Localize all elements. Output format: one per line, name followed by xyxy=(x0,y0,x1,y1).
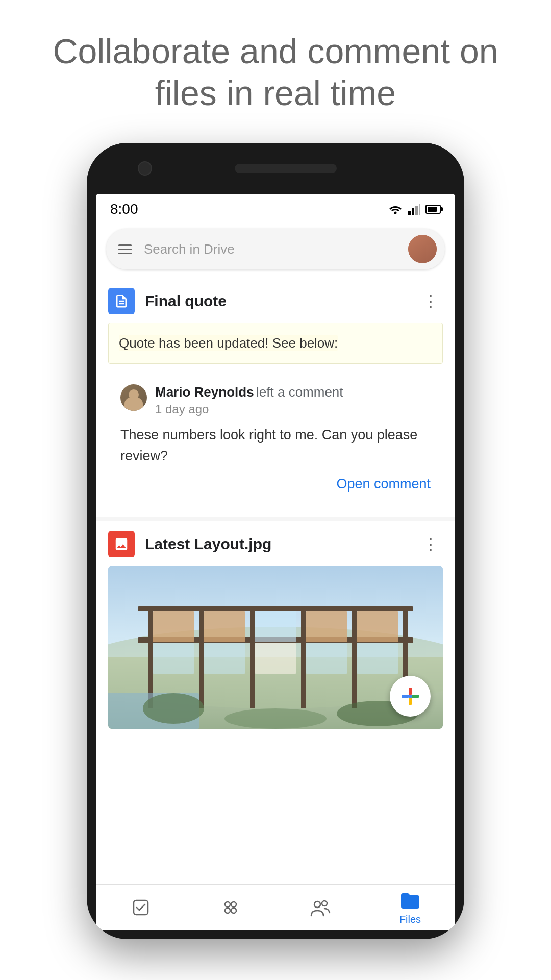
svg-rect-18 xyxy=(250,606,255,642)
svg-rect-17 xyxy=(199,606,204,642)
file-name-final-quote: Final quote xyxy=(145,292,418,310)
wifi-icon xyxy=(388,204,403,215)
open-comment-container: Open comment xyxy=(120,476,431,492)
hero-title: Collaborate and comment on files in real… xyxy=(0,0,551,134)
svg-rect-3 xyxy=(415,206,418,215)
search-placeholder: Search in Drive xyxy=(144,241,400,257)
svg-rect-20 xyxy=(352,606,357,642)
file1-more-button[interactable]: ⋮ xyxy=(418,289,443,313)
svg-rect-30 xyxy=(306,643,347,674)
phone-top xyxy=(87,143,464,194)
image-file-icon xyxy=(108,531,135,557)
image-icon-svg xyxy=(114,536,129,552)
fab-button[interactable] xyxy=(390,676,431,717)
doc-preview: Quote has been updated! See below: xyxy=(108,323,443,364)
svg-rect-27 xyxy=(153,643,194,674)
search-bar[interactable]: Search in Drive xyxy=(106,229,445,270)
svg-rect-10 xyxy=(199,637,204,708)
content-area: Final quote ⋮ Quote has been updated! Se… xyxy=(96,278,455,729)
commenter-avatar xyxy=(120,384,147,411)
phone-screen: 8:00 xyxy=(96,194,455,930)
svg-rect-16 xyxy=(148,606,153,642)
open-comment-button[interactable]: Open comment xyxy=(336,476,431,492)
commenter-name: Mario Reynolds xyxy=(155,384,254,400)
svg-point-35 xyxy=(224,708,327,729)
comment-header: Mario Reynolds left a comment 1 day ago xyxy=(120,384,431,416)
svg-rect-21 xyxy=(403,606,408,642)
file-name-latest-layout: Latest Layout.jpg xyxy=(145,535,418,553)
nav-item-shared[interactable] xyxy=(299,892,342,923)
svg-rect-22 xyxy=(153,611,194,642)
nav-item-tasks[interactable] xyxy=(119,892,162,923)
files-icon xyxy=(399,889,421,912)
svg-rect-11 xyxy=(250,637,255,708)
svg-rect-12 xyxy=(301,637,306,708)
phone-speaker xyxy=(235,164,337,173)
battery-icon xyxy=(425,205,441,214)
svg-rect-13 xyxy=(352,637,357,708)
svg-point-0 xyxy=(394,212,397,214)
svg-point-46 xyxy=(314,901,320,908)
file-card-final-quote: Final quote ⋮ Quote has been updated! Se… xyxy=(96,278,455,512)
svg-point-43 xyxy=(231,902,236,907)
comment-meta: Mario Reynolds left a comment 1 day ago xyxy=(155,384,431,416)
svg-point-45 xyxy=(231,908,236,913)
comment-action: left a comment xyxy=(256,384,343,400)
file-header: Final quote ⋮ xyxy=(108,288,443,314)
comment-body: These numbers look right to me. Can you … xyxy=(120,425,431,466)
signal-icon xyxy=(408,204,420,215)
svg-rect-41 xyxy=(134,900,148,915)
doc-icon-svg xyxy=(114,293,129,309)
google-plus-icon xyxy=(399,685,421,707)
svg-rect-19 xyxy=(301,606,306,642)
file-card-latest-layout: Latest Layout.jpg ⋮ xyxy=(96,517,455,729)
phone-camera xyxy=(138,161,152,176)
svg-rect-29 xyxy=(255,643,296,674)
bottom-nav: Files xyxy=(96,884,455,930)
svg-rect-2 xyxy=(412,208,414,215)
svg-rect-23 xyxy=(204,611,245,642)
svg-rect-1 xyxy=(408,211,411,215)
hamburger-menu-icon[interactable] xyxy=(114,240,136,258)
svg-rect-4 xyxy=(419,204,420,215)
svg-point-33 xyxy=(143,693,204,724)
comment-section: Mario Reynolds left a comment 1 day ago … xyxy=(108,374,443,502)
svg-rect-28 xyxy=(204,643,245,674)
svg-rect-40 xyxy=(409,695,412,698)
svg-point-42 xyxy=(225,902,230,907)
activity-icon xyxy=(219,896,242,919)
doc-file-icon xyxy=(108,288,135,314)
nav-item-activity[interactable] xyxy=(209,892,252,923)
user-avatar[interactable] xyxy=(408,235,437,263)
status-bar: 8:00 xyxy=(96,194,455,225)
phone-frame: 8:00 xyxy=(87,143,464,939)
svg-rect-39 xyxy=(409,698,412,705)
svg-rect-31 xyxy=(357,643,398,674)
file2-header: Latest Layout.jpg ⋮ xyxy=(108,531,443,557)
svg-point-44 xyxy=(225,908,230,913)
svg-rect-26 xyxy=(357,611,398,642)
svg-rect-24 xyxy=(255,611,296,642)
svg-rect-37 xyxy=(409,688,412,695)
comment-time: 1 day ago xyxy=(155,402,431,416)
nav-item-files[interactable]: Files xyxy=(389,885,432,929)
image-preview xyxy=(108,566,443,729)
status-icons xyxy=(388,204,441,215)
status-time: 8:00 xyxy=(110,201,138,217)
svg-point-47 xyxy=(322,901,327,906)
shared-icon xyxy=(309,896,332,919)
svg-rect-15 xyxy=(138,606,413,611)
doc-preview-text: Quote has been updated! See below: xyxy=(119,335,338,351)
files-nav-label: Files xyxy=(399,914,421,925)
tasks-icon xyxy=(130,896,152,919)
file2-more-button[interactable]: ⋮ xyxy=(418,532,443,556)
svg-rect-36 xyxy=(402,695,409,698)
svg-rect-25 xyxy=(306,611,347,642)
svg-rect-38 xyxy=(412,695,419,698)
